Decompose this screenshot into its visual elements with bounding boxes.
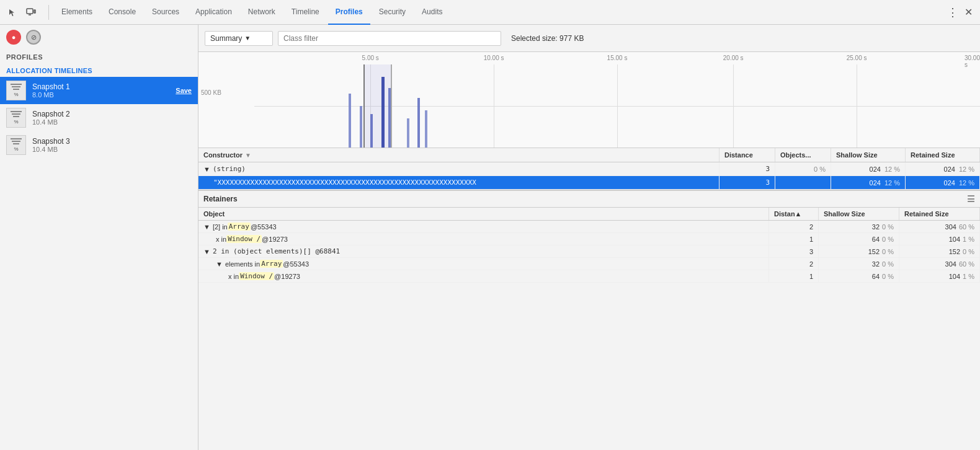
ret-td-shallow-2: 152 0 % — [819, 245, 899, 257]
snapshot-icon-1: % — [6, 81, 26, 100]
tab-application[interactable]: Application — [188, 0, 239, 25]
nav-icons — [5, 5, 38, 20]
td-distance-string: 3 — [719, 162, 775, 175]
main-layout: ● ⊘ Profiles ALLOCATION TIMELINES % Snap… — [0, 25, 980, 450]
snapshot-size-3: 10.4 MB — [32, 146, 192, 153]
retainers-table[interactable]: Object Distan▲ Shallow Size Retained Siz… — [198, 208, 980, 450]
nav-divider — [48, 5, 49, 20]
td-shallow-string-val: 024 12 % — [831, 176, 906, 189]
cursor-icon[interactable] — [5, 5, 20, 20]
snapshot-info-2: Snapshot 2 10.4 MB — [32, 110, 192, 126]
class-filter-input[interactable] — [278, 31, 501, 46]
ret-th-distance: Distan▲ — [769, 208, 819, 220]
snapshot-save-1[interactable]: Save — [176, 87, 192, 94]
timeline-y-label: 500 KB — [201, 89, 221, 96]
table-row-string-value[interactable]: "XXXXXXXXXXXXXXXXXXXXXXXXXXXXXXXXXXXXXXX… — [198, 176, 980, 190]
device-icon[interactable] — [24, 5, 38, 20]
snapshot-icon-2: % — [6, 108, 26, 128]
highlight-0: Array — [228, 223, 251, 231]
ret-td-retained-0: 304 60 % — [899, 221, 980, 232]
clear-button[interactable]: ⊘ — [26, 30, 41, 45]
snapshot-size-1: 8.0 MB — [32, 91, 169, 99]
th-distance: Distance — [719, 148, 775, 162]
expand-2[interactable]: ▼ — [203, 248, 210, 255]
ret-td-shallow-3: 32 0 % — [819, 258, 899, 270]
bar-7 — [417, 98, 420, 148]
tab-profiles[interactable]: Profiles — [328, 0, 370, 25]
ret-row-3[interactable]: ▼ elements in Array @55343 2 32 0 % 304 — [198, 258, 980, 270]
timeline-grid — [254, 64, 980, 148]
constructor-table-header: Constructor ▼ Distance Objects... Shallo… — [198, 148, 980, 162]
ret-row-2[interactable]: ▼ 2 in (object elements)[] @68841 3 152 … — [198, 245, 980, 258]
scale-10s: 10.00 s — [484, 55, 504, 61]
timeline-area[interactable]: 5.00 s 10.00 s 15.00 s 20.00 s 25.00 s 3… — [198, 52, 980, 148]
scale-15s: 15.00 s — [607, 55, 628, 61]
bar-8 — [425, 110, 427, 148]
highlight-3: Array — [260, 260, 283, 268]
tab-sources[interactable]: Sources — [145, 0, 187, 25]
bar-1 — [349, 94, 351, 148]
ret-td-obj-3: ▼ elements in Array @55343 — [198, 258, 769, 270]
td-objects-string: 0 % — [775, 162, 831, 175]
ret-row-1[interactable]: x in Window / @19273 1 64 0 % 104 1 % — [198, 233, 980, 245]
td-distance-string-val: 3 — [719, 176, 775, 189]
expand-3[interactable]: ▼ — [216, 260, 223, 268]
ret-row-0[interactable]: ▼ [2] in Array @55343 2 32 0 % 304 6 — [198, 221, 980, 233]
td-constructor-string: ▼ (string) — [198, 162, 719, 175]
retainers-title: Retainers — [203, 195, 238, 203]
tab-console[interactable]: Console — [101, 0, 143, 25]
constructor-filter-icon[interactable]: ▼ — [245, 152, 251, 159]
more-menu-icon[interactable]: ⋮ — [945, 3, 961, 22]
td-shallow-string: 024 12 % — [831, 162, 906, 175]
tab-security[interactable]: Security — [372, 0, 413, 25]
ret-td-dist-1: 1 — [769, 233, 819, 245]
sidebar: ● ⊘ Profiles ALLOCATION TIMELINES % Snap… — [0, 25, 198, 450]
expand-icon-string[interactable]: ▼ — [203, 165, 210, 173]
th-shallow: Shallow Size — [831, 148, 906, 162]
ret-td-shallow-0: 32 0 % — [819, 221, 899, 232]
retainers-header: Retainers ☰ — [198, 191, 980, 208]
svg-rect-0 — [27, 9, 33, 14]
snapshot-item-3[interactable]: % Snapshot 3 10.4 MB — [0, 131, 198, 159]
summary-dropdown[interactable]: Summary ▼ — [205, 31, 273, 46]
highlight-1: Window / — [226, 235, 262, 243]
tab-audits[interactable]: Audits — [414, 0, 450, 25]
ret-td-shallow-1: 64 0 % — [819, 233, 899, 245]
expand-0[interactable]: ▼ — [203, 223, 210, 231]
sidebar-group-title: ALLOCATION TIMELINES — [0, 64, 198, 77]
snapshot-item-1[interactable]: % Snapshot 1 8.0 MB Save — [0, 77, 198, 104]
snapshot-size-2: 10.4 MB — [32, 118, 192, 126]
scale-20s: 20.00 s — [723, 55, 744, 61]
ret-td-obj-0: ▼ [2] in Array @55343 — [198, 221, 769, 232]
ret-td-obj-2: ▼ 2 in (object elements)[] @68841 — [198, 245, 769, 257]
th-retained: Retained Size — [906, 148, 980, 162]
ret-th-retained: Retained Size — [899, 208, 980, 220]
snapshot-name-3: Snapshot 3 — [32, 137, 192, 146]
ret-td-obj-4: x in Window / @19273 — [198, 270, 769, 282]
tab-timeline[interactable]: Timeline — [284, 0, 327, 25]
record-button[interactable]: ● — [6, 30, 21, 45]
snapshot-item-2[interactable]: % Snapshot 2 10.4 MB — [0, 104, 198, 131]
scale-5s: 5.00 s — [362, 55, 379, 61]
bar-6 — [407, 118, 409, 148]
th-constructor: Constructor ▼ — [198, 148, 719, 162]
snapshot-name-2: Snapshot 2 — [32, 110, 192, 118]
dropdown-arrow-icon: ▼ — [244, 35, 251, 42]
tab-network[interactable]: Network — [241, 0, 283, 25]
bar-4-highlight — [381, 77, 385, 148]
retainers-table-header: Object Distan▲ Shallow Size Retained Siz… — [198, 208, 980, 221]
constructor-table: Constructor ▼ Distance Objects... Shallo… — [198, 148, 980, 190]
selection-range[interactable] — [363, 64, 393, 148]
retainers-scroll-icon: ☰ — [967, 194, 975, 204]
snapshot-info-3: Snapshot 3 10.4 MB — [32, 137, 192, 153]
ret-td-obj-1: x in Window / @19273 — [198, 233, 769, 245]
sidebar-section-title: Profiles — [0, 50, 198, 64]
table-row-string[interactable]: ▼ (string) 3 0 % 024 12 % 024 — [198, 162, 980, 176]
close-devtools-icon[interactable]: ✕ — [962, 4, 975, 20]
td-constructor-string-val: "XXXXXXXXXXXXXXXXXXXXXXXXXXXXXXXXXXXXXXX… — [198, 176, 719, 189]
tab-elements[interactable]: Elements — [54, 0, 100, 25]
highlight-4: Window / — [239, 272, 274, 280]
th-objects: Objects... — [775, 148, 831, 162]
ret-row-4[interactable]: x in Window / @19273 1 64 0 % 104 1 % — [198, 270, 980, 283]
ret-td-retained-2: 152 0 % — [899, 245, 980, 257]
